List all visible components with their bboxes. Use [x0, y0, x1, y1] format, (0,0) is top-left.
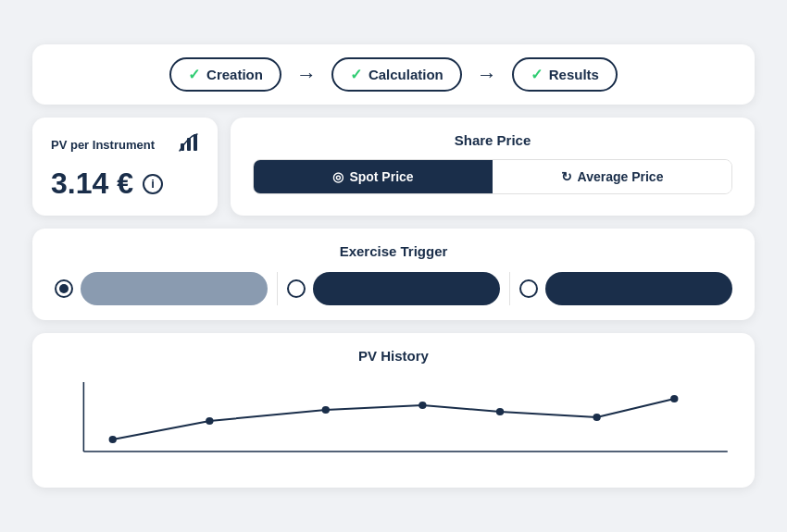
- svg-point-5: [109, 436, 117, 443]
- spot-price-icon: ◎: [332, 169, 344, 184]
- spot-price-label: Spot Price: [349, 169, 413, 184]
- svg-point-10: [593, 414, 600, 421]
- trigger-segment-3: [519, 272, 732, 305]
- pv-value: 3.14 €: [51, 167, 133, 201]
- trigger-pill-2: [313, 272, 500, 305]
- svg-point-7: [322, 406, 330, 414]
- pv-history-card: PV History: [32, 333, 755, 488]
- trigger-segment-2: [287, 272, 500, 305]
- average-price-icon: ↻: [561, 169, 572, 184]
- pv-title: PV per Instrument: [51, 138, 155, 152]
- average-price-label: Average Price: [578, 169, 664, 184]
- step-label-creation: Creation: [206, 67, 263, 82]
- step-creation[interactable]: ✓ Creation: [169, 57, 281, 92]
- trigger-pill-1: [81, 272, 268, 305]
- trigger-divider-1: [277, 272, 278, 305]
- share-price-title: Share Price: [253, 132, 732, 148]
- trigger-radio-3[interactable]: [519, 279, 538, 298]
- exercise-trigger-card: Exercise Trigger: [32, 229, 755, 320]
- pv-value-row: 3.14 € i: [51, 167, 199, 201]
- trigger-divider-2: [509, 272, 510, 305]
- pv-history-title: PV History: [55, 348, 732, 364]
- spot-price-button[interactable]: ◎ Spot Price: [254, 160, 493, 193]
- row2: PV per Instrument 3.14 € i Share Price: [32, 118, 755, 216]
- pv-history-chart: [55, 373, 732, 465]
- trigger-radio-1[interactable]: [55, 279, 73, 298]
- trigger-row: [55, 272, 732, 305]
- pv-card: PV per Instrument 3.14 € i: [32, 118, 218, 216]
- svg-point-9: [496, 408, 504, 415]
- step-check-calculation: ✓: [350, 66, 362, 83]
- step-check-results: ✓: [531, 66, 543, 83]
- step-check-creation: ✓: [188, 66, 200, 83]
- average-price-button[interactable]: ↻ Average Price: [493, 160, 731, 193]
- share-price-card: Share Price ◎ Spot Price ↻ Average Price: [231, 118, 755, 216]
- svg-point-8: [418, 402, 426, 409]
- stepper-card: ✓ Creation → ✓ Calculation → ✓ Results: [32, 44, 755, 105]
- step-arrow-1: →: [296, 63, 317, 87]
- share-price-toggle: ◎ Spot Price ↻ Average Price: [253, 159, 732, 194]
- step-label-results: Results: [549, 67, 599, 82]
- svg-point-6: [206, 417, 213, 425]
- trigger-pill-3: [545, 272, 732, 305]
- pv-info-button[interactable]: i: [143, 174, 163, 194]
- step-calculation[interactable]: ✓ Calculation: [331, 57, 462, 92]
- svg-rect-2: [194, 134, 197, 151]
- trigger-radio-2[interactable]: [287, 279, 306, 298]
- pv-chart-icon: [179, 132, 199, 157]
- step-arrow-2: →: [477, 63, 497, 87]
- svg-point-11: [670, 395, 678, 402]
- main-container: ✓ Creation → ✓ Calculation → ✓ Results P…: [32, 44, 755, 488]
- pv-header: PV per Instrument: [51, 132, 199, 157]
- step-results[interactable]: ✓ Results: [512, 57, 618, 92]
- exercise-trigger-title: Exercise Trigger: [55, 243, 732, 259]
- step-label-calculation: Calculation: [369, 67, 443, 82]
- trigger-segment-1: [55, 272, 268, 305]
